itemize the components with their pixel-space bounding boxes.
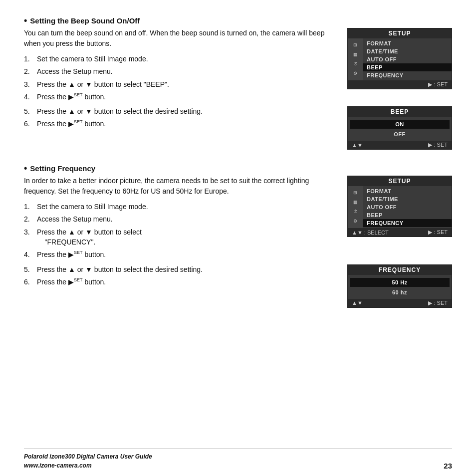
list-item: 4. Press the ▶SET button. xyxy=(24,249,338,259)
list-item: 2. Access the Setup menu. xyxy=(24,214,338,224)
list-item: 1. Set the camera to Still Image mode. xyxy=(24,202,338,212)
beep-heading: • Setting the Beep Sound On/Off xyxy=(24,16,452,25)
icon-cal-2: ▦ xyxy=(353,199,358,206)
beep-steps-2: 5. Press the ▲ or ▼ button to select the… xyxy=(24,106,338,129)
frequency-options-panel: FREQUENCY 50 Hz 60 hz ▲▼ ▶ : SET xyxy=(347,264,452,308)
menu-frequency: FREQUENCY xyxy=(363,71,452,79)
beep-section: • Setting the Beep Sound On/Off You can … xyxy=(24,16,452,155)
section-divider xyxy=(24,155,452,164)
icon-grid: ⊞ xyxy=(353,42,357,49)
list-item: 3. Press the ▲ or ▼ button to select "BE… xyxy=(24,79,338,89)
icon-clock: ⏱ xyxy=(353,61,358,68)
setup-panel-freq-footer: ▲▼ : SELECT ▶ : SET xyxy=(348,228,452,237)
beep-options-body: ON OFF xyxy=(348,117,452,141)
beep-content: You can turn the beep sound on and off. … xyxy=(24,28,452,104)
icon-cal: ▦ xyxy=(353,51,358,58)
beep-steps-1: 1. Set the camera to Still Image mode. 2… xyxy=(24,54,338,102)
freq-text-col-2: 5. Press the ▲ or ▼ button to select the… xyxy=(24,264,347,313)
page: • Setting the Beep Sound On/Off You can … xyxy=(0,0,476,476)
footer-text: Polaroid izone300 Digital Camera User Gu… xyxy=(24,452,152,470)
list-item: 3. Press the ▲ or ▼ button to select "FR… xyxy=(24,227,338,247)
menu-datetime-2: DATE/TIME xyxy=(363,195,452,203)
freq-panel-footer: ▲▼ ▶ : SET xyxy=(348,299,452,307)
frequency-section: • Setting Frequency In order to take a b… xyxy=(24,164,452,312)
beep-setup-diagram: SETUP ⊞ ▦ ⏱ ⚙ FORMAT DATE/TIME AUTO OFF xyxy=(347,28,452,104)
page-footer: Polaroid izone300 Digital Camera User Gu… xyxy=(24,449,452,470)
menu-beep-2: BEEP xyxy=(363,211,452,219)
setup-panel-body: ⊞ ▦ ⏱ ⚙ FORMAT DATE/TIME AUTO OFF BEEP F… xyxy=(348,38,452,80)
page-number: 23 xyxy=(444,462,452,470)
menu-autooff-2: AUTO OFF xyxy=(363,203,452,211)
icon-grid-2: ⊞ xyxy=(353,190,357,197)
list-item: 6. Press the ▶SET button. xyxy=(24,277,338,287)
beep-on-option: ON xyxy=(350,120,450,129)
setup-panel-freq: SETUP ⊞ ▦ ⏱ ⚙ FORMAT DATE/TIME AUTO OFF xyxy=(347,176,452,237)
setup-panel-freq-title: SETUP xyxy=(348,176,452,186)
list-item: 4. Press the ▶SET button. xyxy=(24,92,338,102)
beep-intro: You can turn the beep sound on and off. … xyxy=(24,28,338,49)
freq-setup-diagram: SETUP ⊞ ▦ ⏱ ⚙ FORMAT DATE/TIME AUTO OFF xyxy=(347,176,452,262)
beep-text-col-2: 5. Press the ▲ or ▼ button to select the… xyxy=(24,106,347,155)
freq-intro: In order to take a better indoor picture… xyxy=(24,176,338,197)
menu-autooff: AUTO OFF xyxy=(363,55,452,63)
freq-heading: • Setting Frequency xyxy=(24,164,452,173)
menu-frequency-2: FREQUENCY xyxy=(363,219,452,227)
beep-panel-title: BEEP xyxy=(348,107,452,117)
setup-menu: FORMAT DATE/TIME AUTO OFF BEEP FREQUENCY xyxy=(363,38,452,80)
setup-panel-footer: ▶ : SET xyxy=(348,80,452,89)
cam-icons-2: ⊞ ▦ ⏱ ⚙ xyxy=(348,186,363,228)
setup-panel-beep: SETUP ⊞ ▦ ⏱ ⚙ FORMAT DATE/TIME AUTO OFF xyxy=(347,28,452,89)
beep-option-diagram: BEEP ON OFF ▲▼ ▶ : SET xyxy=(347,106,452,155)
beep-text-col: You can turn the beep sound on and off. … xyxy=(24,28,347,104)
list-item: 1. Set the camera to Still Image mode. xyxy=(24,54,338,64)
menu-datetime: DATE/TIME xyxy=(363,47,452,55)
setup-panel-freq-body: ⊞ ▦ ⏱ ⚙ FORMAT DATE/TIME AUTO OFF BEEP F… xyxy=(348,186,452,228)
freq-steps-2: 5. Press the ▲ or ▼ button to select the… xyxy=(24,264,338,287)
menu-format: FORMAT xyxy=(363,39,452,47)
icon-setup: ⚙ xyxy=(353,70,357,77)
beep-content-2: 5. Press the ▲ or ▼ button to select the… xyxy=(24,106,452,155)
menu-beep: BEEP xyxy=(363,63,452,71)
cam-icons: ⊞ ▦ ⏱ ⚙ xyxy=(348,38,363,80)
icon-clock-2: ⏱ xyxy=(353,209,358,216)
freq-option-diagram: FREQUENCY 50 Hz 60 hz ▲▼ ▶ : SET xyxy=(347,264,452,313)
setup-menu-freq: FORMAT DATE/TIME AUTO OFF BEEP FREQUENCY xyxy=(363,186,452,228)
list-item: 5. Press the ▲ or ▼ button to select the… xyxy=(24,264,338,274)
beep-off-option: OFF xyxy=(348,130,452,139)
beep-panel-footer: ▲▼ ▶ : SET xyxy=(348,141,452,149)
freq-60hz-option: 60 hz xyxy=(348,288,452,297)
freq-options-body: 50 Hz 60 hz xyxy=(348,275,452,299)
freq-panel-title: FREQUENCY xyxy=(348,265,452,275)
menu-format-2: FORMAT xyxy=(363,187,452,195)
list-item: 5. Press the ▲ or ▼ button to select the… xyxy=(24,106,338,116)
list-item: 6. Press the ▶SET button. xyxy=(24,119,338,129)
icon-setup-2: ⚙ xyxy=(353,218,357,225)
freq-50hz-option: 50 Hz xyxy=(350,278,450,287)
freq-steps-1: 1. Set the camera to Still Image mode. 2… xyxy=(24,202,338,259)
setup-panel-title: SETUP xyxy=(348,28,452,38)
list-item: 2. Access the Setup menu. xyxy=(24,66,338,76)
freq-content: In order to take a better indoor picture… xyxy=(24,176,452,262)
freq-content-2: 5. Press the ▲ or ▼ button to select the… xyxy=(24,264,452,313)
beep-options-panel: BEEP ON OFF ▲▼ ▶ : SET xyxy=(347,106,452,150)
freq-text-col: In order to take a better indoor picture… xyxy=(24,176,347,262)
